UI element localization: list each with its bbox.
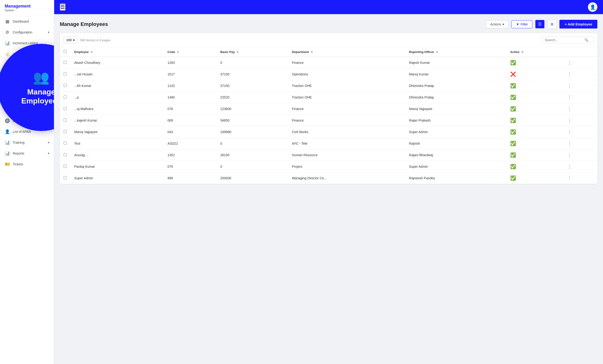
cell-reporting-officer: Dhirendra Pratap bbox=[405, 92, 506, 103]
sidebar-item-increment-listing[interactable]: 📊 Increment Listing bbox=[0, 38, 54, 48]
col-department: Department ⇅ bbox=[288, 47, 405, 57]
table-row: Test ASD22 0 AFC - Tele Rajnish ✅ ⋮ bbox=[60, 138, 597, 149]
row-checkbox[interactable] bbox=[64, 130, 67, 133]
cell-row-actions: ⋮ bbox=[563, 161, 597, 173]
sidebar-item-ugid[interactable]: 📅 Ugid bbox=[0, 105, 54, 116]
employee-table-body: Akash Choudhary 1283 0 Finance Rajesh Ku… bbox=[60, 57, 597, 184]
row-checkbox[interactable] bbox=[64, 118, 67, 122]
sidebar-item-tickets[interactable]: 🎫 Tickets bbox=[0, 159, 54, 170]
sort-basic-pay-icon[interactable]: ⇅ bbox=[236, 51, 239, 53]
row-checkbox-cell bbox=[60, 138, 70, 149]
sidebar-item-list-apar[interactable]: 👤 List of APAR bbox=[0, 126, 54, 137]
filter-button[interactable]: ▼ Filter bbox=[511, 20, 532, 28]
row-actions-button[interactable]: ⋮ bbox=[567, 60, 572, 65]
sidebar-item-training[interactable]: 📊 Training ▾ bbox=[0, 137, 54, 148]
sidebar-item-list-property[interactable]: 🔘 List of Property D... bbox=[0, 116, 54, 126]
active-check-icon: ✅ bbox=[510, 176, 516, 181]
row-actions-button[interactable]: ⋮ bbox=[567, 141, 572, 146]
row-checkbox[interactable] bbox=[64, 153, 67, 156]
cell-active: ✅ bbox=[506, 115, 563, 126]
row-checkbox[interactable] bbox=[64, 95, 67, 98]
employee-table-card: 100 ▾ 580 item(s) in 6 pages 🔍 bbox=[60, 33, 597, 184]
row-actions-button[interactable]: ⋮ bbox=[567, 129, 572, 135]
row-checkbox[interactable] bbox=[64, 72, 67, 75]
row-actions-button[interactable]: ⋮ bbox=[567, 72, 572, 77]
content-area: Manage Employees Actions ▾ ▼ Filter ☰ ⊞ … bbox=[54, 14, 603, 364]
sidebar-item-reimbursement[interactable]: 💰 Reimbursem... bbox=[0, 48, 54, 59]
row-actions-button[interactable]: ⋮ bbox=[567, 176, 572, 181]
row-checkbox[interactable] bbox=[64, 176, 67, 179]
header-checkbox-col bbox=[60, 47, 70, 57]
table-row: Anurag ... 1352 28150 Human Resource Raj… bbox=[60, 149, 597, 161]
row-checkbox[interactable] bbox=[64, 165, 67, 168]
actions-button[interactable]: Actions ▾ bbox=[486, 20, 509, 28]
cell-active: ✅ bbox=[506, 92, 563, 103]
list-view-button[interactable]: ☰ bbox=[535, 20, 545, 28]
table-toolbar: 100 ▾ 580 item(s) in 6 pages 🔍 bbox=[60, 33, 597, 47]
row-checkbox[interactable] bbox=[64, 84, 67, 87]
col-code: Code ⇅ bbox=[164, 47, 217, 57]
active-check-icon: ✅ bbox=[510, 141, 516, 146]
cell-row-actions: ⋮ bbox=[563, 69, 597, 80]
sort-department-icon[interactable]: ⇅ bbox=[311, 51, 313, 53]
table-row: ...bh Kumar 1102 37150 Traction OHE Dhir… bbox=[60, 80, 597, 92]
dashboard-icon: ▦ bbox=[5, 19, 10, 24]
row-checkbox[interactable] bbox=[64, 107, 67, 110]
add-employee-button[interactable]: + Add Employee bbox=[559, 20, 597, 28]
row-actions-button[interactable]: ⋮ bbox=[567, 83, 572, 88]
sidebar-item-manage-employees[interactable]: 👥 Manage Employees 👥 ManageEmployees bbox=[0, 81, 54, 94]
sidebar-item-label: Dashboard bbox=[13, 20, 29, 23]
cell-department: Managing Director Ce... bbox=[288, 173, 405, 184]
row-actions-button[interactable]: ⋮ bbox=[567, 118, 572, 123]
leaves-icon: 📅 bbox=[5, 73, 10, 78]
row-actions-button[interactable]: ⋮ bbox=[567, 106, 572, 111]
active-check-icon: ✅ bbox=[510, 118, 516, 123]
row-actions-button[interactable]: ⋮ bbox=[567, 164, 572, 169]
chevron-down-icon: ▾ bbox=[48, 141, 49, 144]
cell-department: Civil Works bbox=[288, 126, 405, 138]
row-checkbox-cell bbox=[60, 173, 70, 184]
cell-reporting-officer: Rajesh Kumar bbox=[405, 57, 506, 69]
cell-department: Finance bbox=[288, 103, 405, 115]
cell-employee: ...aj Malhotra bbox=[70, 103, 164, 115]
cell-active: ✅ bbox=[506, 161, 563, 173]
row-actions-button[interactable]: ⋮ bbox=[567, 95, 572, 100]
cell-reporting-officer: Rajan Prakash bbox=[405, 115, 506, 126]
row-actions-button[interactable]: ⋮ bbox=[567, 153, 572, 158]
sidebar-item-dashboard[interactable]: ▦ Dashboard bbox=[0, 16, 54, 27]
sidebar-item-attendance[interactable]: ☰ Attendance bbox=[0, 59, 54, 70]
hamburger-button[interactable]: ☰ bbox=[60, 3, 66, 11]
row-checkbox[interactable] bbox=[64, 141, 67, 145]
sort-employee-icon[interactable]: ⇅ bbox=[91, 51, 93, 53]
per-page-select[interactable]: 100 ▾ bbox=[64, 36, 77, 44]
cell-department: AFC - Tele bbox=[288, 138, 405, 149]
main-content: ☰ 👤 Manage Employees Actions ▾ ▼ Filter … bbox=[54, 0, 603, 364]
cell-active: ❌ bbox=[506, 69, 563, 80]
avatar[interactable]: 👤 bbox=[588, 2, 597, 12]
cell-basic-pay: 28150 bbox=[217, 149, 288, 161]
sidebar-item-label: Leaves bbox=[13, 74, 23, 78]
sidebar-item-configuration[interactable]: ⚙ Configuration ▾ bbox=[0, 27, 54, 38]
sidebar-item-exit-management[interactable]: ↩ Exit Management bbox=[0, 94, 54, 105]
filter-label: Filter bbox=[521, 22, 528, 26]
cell-code: 1490 bbox=[164, 92, 217, 103]
select-all-checkbox[interactable] bbox=[64, 50, 67, 53]
sidebar-item-leaves[interactable]: 📅 Leaves bbox=[0, 70, 54, 81]
cell-code: 079 bbox=[164, 161, 217, 173]
sort-active-icon[interactable]: ⇅ bbox=[521, 51, 523, 53]
reports-icon: 📊 bbox=[5, 151, 10, 156]
row-checkbox[interactable] bbox=[64, 61, 67, 64]
sidebar-item-reports[interactable]: 📊 Reports ▾ bbox=[0, 148, 54, 159]
actions-label: Actions bbox=[490, 22, 501, 26]
search-input[interactable] bbox=[545, 38, 582, 42]
sort-reporting-officer-icon[interactable]: ⇅ bbox=[436, 51, 438, 53]
training-icon: 📊 bbox=[5, 140, 10, 145]
sidebar-item-label: Increment Listing bbox=[13, 41, 38, 45]
cell-reporting-officer: Super Admin bbox=[405, 126, 506, 138]
tickets-icon: 🎫 bbox=[5, 162, 10, 167]
sort-code-icon[interactable]: ⇅ bbox=[177, 51, 179, 53]
grid-view-button[interactable]: ⊞ bbox=[547, 20, 557, 28]
cell-reporting-officer: Dhirendra Pratap bbox=[405, 80, 506, 92]
cell-reporting-officer: Rajneesh Pandey bbox=[405, 173, 506, 184]
sidebar-item-label: Configuration bbox=[13, 30, 32, 34]
